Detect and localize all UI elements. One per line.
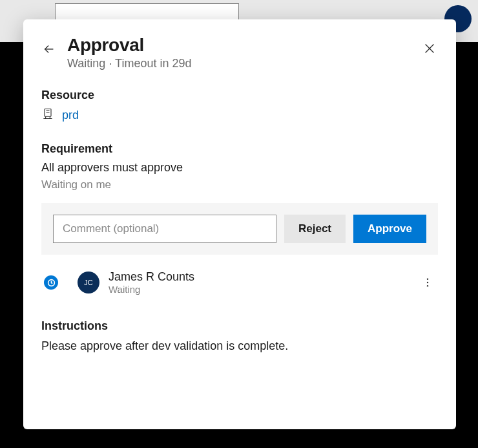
waiting-status-badge bbox=[44, 275, 58, 290]
title-block: Approval Waiting · Timeout in 29d bbox=[67, 35, 412, 70]
more-vertical-icon bbox=[422, 277, 433, 288]
svg-point-3 bbox=[427, 282, 428, 283]
requirement-status: Waiting on me bbox=[41, 178, 438, 191]
back-button[interactable] bbox=[41, 41, 57, 57]
requirement-label: Requirement bbox=[41, 142, 438, 156]
resource-link[interactable]: prd bbox=[62, 109, 79, 122]
svg-point-2 bbox=[427, 279, 428, 280]
resource-row: prd bbox=[41, 107, 438, 123]
requirement-description: All approvers must approve bbox=[41, 161, 438, 175]
approval-panel: Approval Waiting · Timeout in 29d Resour… bbox=[23, 19, 456, 429]
more-menu-button[interactable] bbox=[420, 275, 435, 290]
instructions-label: Instructions bbox=[41, 319, 438, 333]
server-icon bbox=[41, 107, 54, 123]
reject-button[interactable]: Reject bbox=[284, 215, 346, 243]
panel-subtitle: Waiting · Timeout in 29d bbox=[67, 57, 412, 70]
instructions-text: Please approve after dev validation is c… bbox=[41, 339, 438, 353]
status-text: Waiting bbox=[67, 57, 105, 70]
approve-button[interactable]: Approve bbox=[353, 215, 426, 243]
close-button[interactable] bbox=[422, 41, 438, 57]
separator: · bbox=[109, 57, 112, 70]
comment-input[interactable] bbox=[53, 215, 276, 243]
approver-row: JC James R Counts Waiting bbox=[41, 266, 438, 299]
approver-name: James R Counts bbox=[109, 270, 411, 284]
timeout-text: Timeout in 29d bbox=[115, 57, 191, 70]
approver-status: Waiting bbox=[109, 284, 411, 295]
clock-icon bbox=[47, 279, 56, 287]
action-bar: Reject Approve bbox=[41, 203, 438, 255]
panel-title: Approval bbox=[67, 35, 412, 56]
svg-point-4 bbox=[427, 285, 428, 286]
arrow-left-icon bbox=[42, 42, 56, 56]
panel-header: Approval Waiting · Timeout in 29d bbox=[41, 35, 438, 70]
approver-avatar: JC bbox=[78, 272, 99, 293]
svg-rect-0 bbox=[45, 109, 51, 117]
resource-label: Resource bbox=[41, 89, 438, 102]
approver-info: James R Counts Waiting bbox=[109, 270, 411, 295]
close-icon bbox=[422, 41, 437, 56]
